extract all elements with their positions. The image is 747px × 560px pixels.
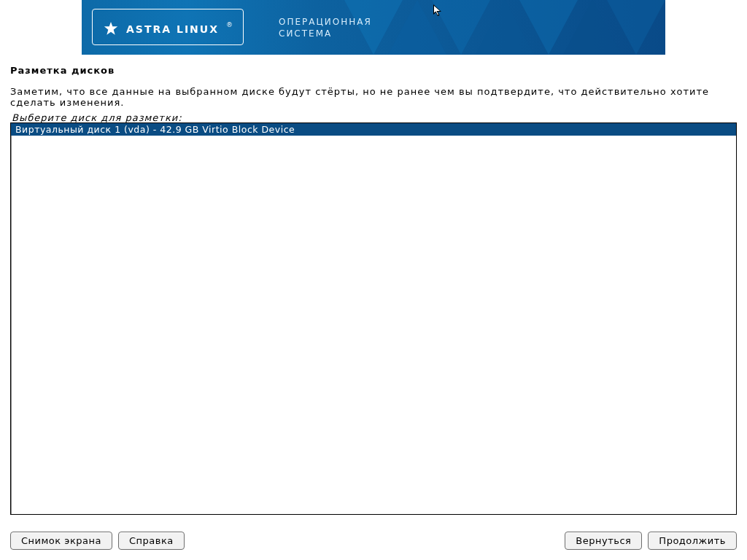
brand-name: ASTRA LINUX xyxy=(126,23,219,35)
banner-subtitle: ОПЕРАЦИОННАЯ СИСТЕМА xyxy=(279,16,372,39)
footer-bar: Снимок экрана Справка Вернуться Продолжи… xyxy=(10,532,737,550)
continue-button[interactable]: Продолжить xyxy=(648,532,737,550)
screenshot-button[interactable]: Снимок экрана xyxy=(10,532,112,550)
page-prompt: Выберите диск для разметки: xyxy=(12,112,737,123)
help-button[interactable]: Справка xyxy=(118,532,185,550)
page-description: Заметим, что все данные на выбранном дис… xyxy=(10,86,737,108)
banner-subtitle-line1: ОПЕРАЦИОННАЯ xyxy=(279,16,372,28)
reg-mark: ® xyxy=(226,21,233,28)
disk-list-item[interactable]: Виртуальный диск 1 (vda) - 42.9 GB Virti… xyxy=(11,123,736,136)
banner-subtitle-line2: СИСТЕМА xyxy=(279,28,372,39)
star-icon xyxy=(103,21,119,37)
header-banner: ASTRA LINUX ® ОПЕРАЦИОННАЯ СИСТЕМА xyxy=(82,0,665,55)
page-title: Разметка дисков xyxy=(10,65,737,76)
disk-listbox[interactable]: Виртуальный диск 1 (vda) - 42.9 GB Virti… xyxy=(10,122,737,515)
svg-marker-0 xyxy=(104,22,117,35)
back-button[interactable]: Вернуться xyxy=(565,532,642,550)
brand-logo: ASTRA LINUX ® xyxy=(92,9,244,45)
